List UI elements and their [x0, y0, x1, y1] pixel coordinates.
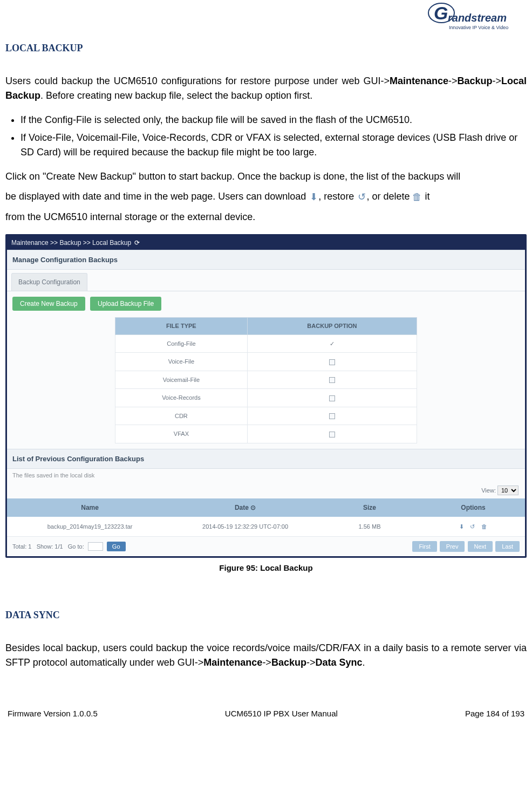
pager-show: Show: 1/1	[37, 543, 63, 550]
checkbox-icon	[329, 395, 335, 401]
files-note: The files saved in the local disk	[7, 469, 525, 484]
view-select[interactable]: 10	[497, 486, 519, 495]
table-row: Voice-File	[115, 353, 417, 371]
bullet-1: If the Config-File is selected only, the…	[21, 113, 527, 127]
pager-prev-button[interactable]: Prev	[440, 541, 465, 552]
th-file-type: FILE TYPE	[115, 318, 248, 335]
download-icon: ⬇	[309, 190, 318, 204]
breadcrumb: Maintenance >> Backup >> Local Backup	[11, 238, 131, 248]
heading-local-backup: LOCAL BACKUP	[5, 41, 527, 56]
table-row: Voicemail-File	[115, 371, 417, 389]
backup-list-table: Name Date ⊙ Size Options backup_2014may1…	[7, 498, 525, 537]
table-row: Voice-Records	[115, 389, 417, 407]
footer-title: UCM6510 IP PBX User Manual	[225, 708, 338, 720]
restore-icon: ↺	[357, 190, 366, 204]
row-download-icon[interactable]: ⬇	[459, 523, 464, 530]
row-restore-icon[interactable]: ↺	[470, 523, 475, 530]
pager-goto-input[interactable]	[88, 542, 103, 551]
page-footer: Firmware Version 1.0.0.5 UCM6510 IP PBX …	[5, 708, 527, 720]
table-row: backup_2014may19_123223.tar 2014-05-19 1…	[7, 517, 525, 537]
check-icon: ✓	[330, 340, 335, 347]
checkbox-icon	[329, 413, 335, 419]
pager-go-button[interactable]: Go	[107, 542, 126, 551]
pager-first-button[interactable]: First	[412, 541, 436, 552]
footer-firmware: Firmware Version 1.0.0.5	[8, 708, 98, 720]
figure-caption: Figure 95: Local Backup	[5, 562, 527, 575]
svg-text:randstream: randstream	[448, 12, 507, 24]
svg-text:G: G	[434, 3, 448, 23]
pager-last-button[interactable]: Last	[495, 541, 520, 552]
row-delete-icon[interactable]: 🗑	[481, 523, 487, 530]
th-name: Name	[7, 498, 173, 517]
table-row: Config-File✓	[115, 334, 417, 353]
refresh-icon[interactable]: ⟳	[134, 238, 140, 248]
footer-page: Page 184 of 193	[465, 708, 524, 720]
pager-next-button[interactable]: Next	[468, 541, 493, 552]
para-click: Click on "Create New Backup" button to s…	[5, 169, 527, 184]
view-label: View:	[481, 487, 496, 494]
th-date[interactable]: Date ⊙	[173, 498, 318, 517]
checkbox-icon	[329, 377, 335, 383]
upload-backup-file-button[interactable]: Upload Backup File	[90, 297, 161, 311]
cell-size: 1.56 MB	[318, 517, 421, 537]
bullet-2: If Voice-File, Voicemail-File, Voice-Rec…	[21, 131, 527, 160]
backup-option-table: FILE TYPE BACKUP OPTION Config-File✓ Voi…	[115, 317, 417, 443]
delete-icon: 🗑	[412, 190, 422, 204]
brand-logo: G randstream Innovative IP Voice & Video	[420, 2, 523, 37]
th-size: Size	[318, 498, 421, 517]
para-from: from the UCM6510 internal storage or the…	[5, 210, 527, 224]
embedded-screenshot: Maintenance >> Backup >> Local Backup ⟳ …	[5, 234, 527, 558]
para-intro: Users could backup the UCM6510 configura…	[5, 74, 527, 103]
checkbox-icon	[329, 432, 335, 437]
create-new-backup-button[interactable]: Create New Backup	[12, 297, 85, 311]
section-list-backups: List of Previous Configuration Backups	[7, 449, 525, 469]
th-options: Options	[421, 498, 525, 517]
tab-backup-config[interactable]: Backup Configuration	[11, 273, 87, 291]
sort-icon: ⊙	[250, 504, 256, 511]
para-datasync: Besides local backup, users could backup…	[5, 641, 527, 670]
section-manage-backups: Manage Configuration Backups	[7, 250, 525, 270]
cell-name: backup_2014may19_123223.tar	[7, 517, 173, 537]
para-icons: be displayed with date and time in the w…	[5, 189, 527, 204]
pager-goto-label: Go to:	[68, 543, 84, 550]
th-backup-option: BACKUP OPTION	[247, 318, 417, 335]
table-row: VFAX	[115, 425, 417, 443]
table-row: CDR	[115, 407, 417, 425]
logo-tagline: Innovative IP Voice & Video	[449, 25, 508, 30]
heading-data-sync: DATA SYNC	[5, 608, 527, 623]
pager-total: Total: 1	[12, 543, 31, 550]
checkbox-icon	[329, 359, 335, 365]
cell-date: 2014-05-19 12:32:29 UTC-07:00	[173, 517, 318, 537]
